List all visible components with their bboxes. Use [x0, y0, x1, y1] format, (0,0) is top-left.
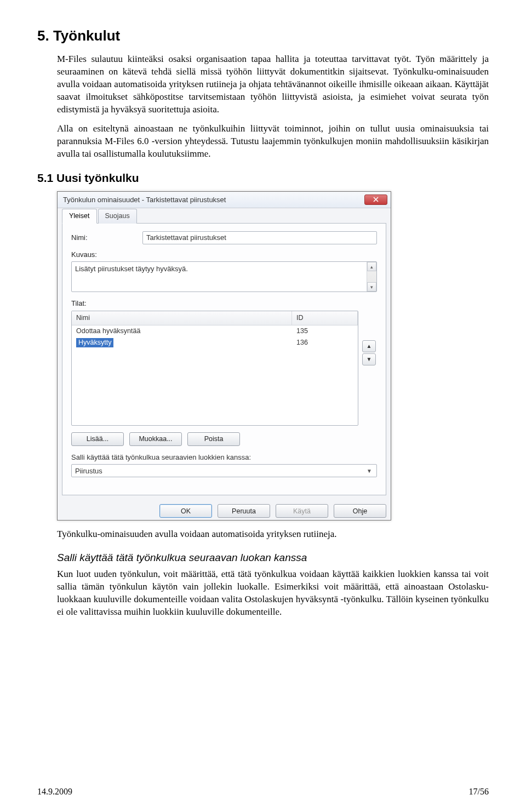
paragraph-intro-1: M-Files sulautuu kiinteäksi osaksi organ…: [57, 53, 489, 116]
list-item[interactable]: Hyväksytty 136: [72, 337, 358, 348]
footer-page: 17/56: [469, 786, 489, 798]
close-icon[interactable]: [364, 195, 387, 205]
edit-button[interactable]: Muokkaa...: [129, 432, 182, 446]
kuvaus-text: Lisätyt piirustukset täytyy hyväksyä.: [75, 265, 188, 273]
arrow-up-icon: ▲: [367, 342, 372, 350]
paragraph-salli-luokka: Kun luot uuden työnkulun, voit määrittää…: [57, 568, 489, 619]
class-combobox[interactable]: Piirustus ▼: [71, 464, 377, 477]
class-combobox-value: Piirustus: [75, 466, 102, 476]
delete-button[interactable]: Poista: [187, 432, 240, 446]
ok-button[interactable]: OK: [159, 504, 212, 518]
footer-date: 14.9.2009: [37, 786, 72, 798]
scroll-up-icon[interactable]: ▴: [367, 262, 376, 271]
nimi-input[interactable]: Tarkistettavat piirustukset: [142, 231, 377, 244]
figure-caption: Työnkulku-ominaisuuden avulla voidaan au…: [57, 528, 489, 541]
label-kuvaus: Kuvaus:: [71, 250, 137, 260]
workflow-properties-dialog: Työnkulun ominaisuudet - Tarkistettavat …: [57, 191, 391, 521]
cancel-button[interactable]: Peruuta: [218, 504, 270, 518]
move-down-button[interactable]: ▼: [362, 353, 376, 365]
heading-salli-luokka: Salli käyttää tätä työnkulkua seuraavan …: [57, 551, 489, 565]
list-item[interactable]: Odottaa hyväksyntää 135: [72, 325, 358, 337]
arrow-down-icon: ▼: [367, 356, 372, 363]
label-salli-luokat: Salli käyttää tätä työnkulkua seuraavien…: [71, 453, 377, 462]
tab-panel-yleiset: Nimi: Tarkistettavat piirustukset Kuvaus…: [62, 223, 386, 496]
dialog-title: Työnkulun ominaisuudet - Tarkistettavat …: [63, 195, 364, 205]
move-up-button[interactable]: ▲: [362, 340, 376, 352]
heading-uusi-tyonkulku: 5.1 Uusi työnkulku: [37, 170, 489, 186]
label-nimi: Nimi:: [71, 233, 137, 243]
tab-yleiset[interactable]: Yleiset: [62, 209, 97, 224]
help-button[interactable]: Ohje: [334, 504, 386, 518]
scrollbar-vertical[interactable]: ▴ ▾: [367, 262, 376, 291]
states-listbox[interactable]: Nimi ID Odottaa hyväksyntää 135 Hyväksyt…: [71, 311, 358, 426]
column-header-nimi[interactable]: Nimi: [72, 311, 292, 325]
kuvaus-textarea[interactable]: Lisätyt piirustukset täytyy hyväksyä. ▴ …: [71, 261, 377, 292]
label-tilat: Tilat:: [71, 299, 137, 308]
scroll-down-icon[interactable]: ▾: [367, 282, 376, 291]
apply-button[interactable]: Käytä: [276, 504, 328, 518]
paragraph-intro-2: Alla on esiteltynä ainoastaan ne työnkul…: [57, 123, 489, 161]
dialog-titlebar[interactable]: Työnkulun ominaisuudet - Tarkistettavat …: [58, 192, 391, 208]
heading-tyonkulut: 5. Työnkulut: [37, 26, 489, 45]
chevron-down-icon: ▼: [364, 467, 374, 475]
column-header-id[interactable]: ID: [292, 311, 358, 325]
add-button[interactable]: Lisää...: [71, 432, 124, 446]
tab-suojaus[interactable]: Suojaus: [98, 209, 137, 224]
